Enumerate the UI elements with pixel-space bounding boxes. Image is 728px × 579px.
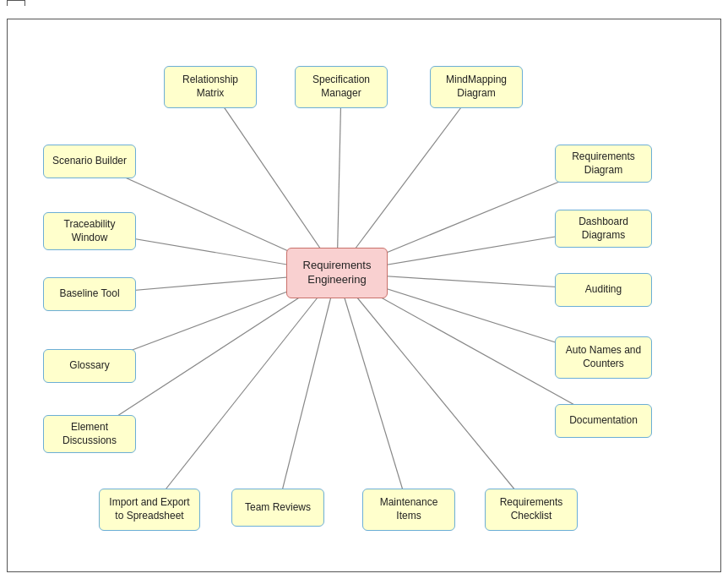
auto-names-counters: Auto Names and Counters (555, 336, 652, 379)
mindmapping-diagram: MindMapping Diagram (430, 66, 523, 108)
auditing: Auditing (555, 273, 652, 307)
title-tab (7, 0, 25, 6)
import-export: Import and Export to Spreadsheet (99, 489, 200, 531)
documentation: Documentation (555, 404, 652, 438)
requirements-diagram: Requirements Diagram (555, 145, 652, 183)
maintenance-items: Maintenance Items (362, 489, 455, 531)
svg-line-2 (337, 87, 476, 273)
element-discussions: Element Discussions (43, 415, 136, 453)
baseline-tool: Baseline Tool (43, 277, 136, 311)
relationship-matrix: Relationship Matrix (164, 66, 257, 108)
diagram-area: Requirements Engineering Relationship Ma… (7, 19, 721, 572)
glossary: Glossary (43, 349, 136, 383)
center-node: Requirements Engineering (286, 248, 388, 298)
svg-line-14 (278, 273, 337, 508)
specification-manager: Specification Manager (295, 66, 388, 108)
svg-line-13 (149, 273, 337, 510)
traceability-window: Traceability Window (43, 212, 136, 250)
svg-line-16 (337, 273, 531, 510)
team-reviews: Team Reviews (231, 489, 324, 527)
scenario-builder: Scenario Builder (43, 145, 136, 178)
svg-line-0 (210, 87, 337, 273)
dashboard-diagrams: Dashboard Diagrams (555, 210, 652, 248)
svg-line-15 (337, 273, 409, 510)
svg-line-1 (337, 87, 341, 273)
requirements-checklist: Requirements Checklist (485, 489, 578, 531)
window: Requirements Engineering Relationship Ma… (0, 0, 728, 579)
